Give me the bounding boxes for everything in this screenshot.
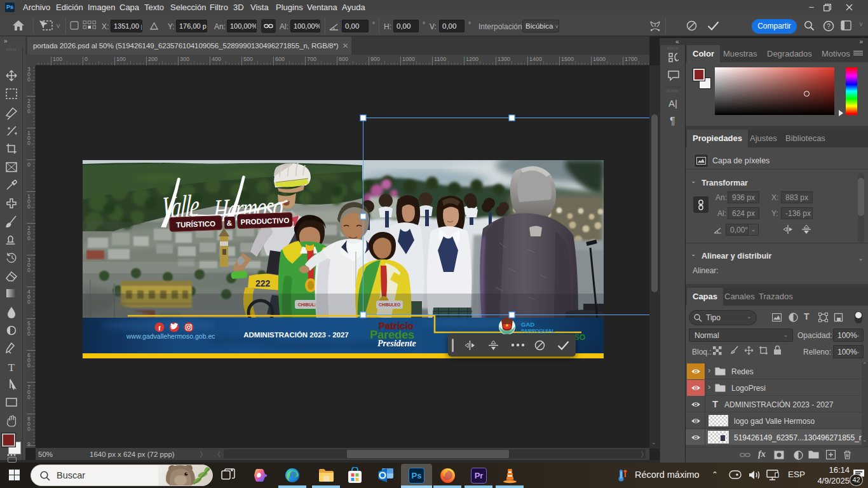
svg-text:500: 500 — [243, 56, 253, 62]
svg-text:300: 300 — [180, 56, 189, 62]
svg-text:1600: 1600 — [593, 56, 606, 62]
svg-text:1000: 1000 — [402, 56, 415, 62]
svg-text:0: 0 — [27, 76, 31, 83]
svg-text:1700: 1700 — [625, 56, 637, 62]
svg-text:0: 0 — [27, 161, 31, 168]
svg-text:0: 0 — [27, 426, 31, 432]
svg-text:600: 600 — [275, 56, 285, 62]
svg-text:0: 0 — [27, 299, 31, 305]
svg-text:0: 0 — [27, 267, 31, 273]
svg-text:0: 0 — [27, 108, 31, 114]
svg-text:0: 0 — [27, 362, 31, 369]
svg-text:A|: A| — [668, 98, 677, 109]
svg-text:¶: ¶ — [670, 116, 675, 126]
svg-text:100: 100 — [116, 56, 126, 62]
svg-text:0: 0 — [27, 330, 31, 337]
svg-text:900: 900 — [370, 56, 380, 62]
svg-text:9: 9 — [27, 441, 31, 447]
svg-text:700: 700 — [307, 56, 316, 62]
svg-text:1400: 1400 — [529, 56, 542, 62]
svg-text:?: ? — [827, 23, 831, 30]
svg-text:1200: 1200 — [466, 56, 478, 62]
svg-text:0: 0 — [85, 56, 88, 62]
svg-text:0: 0 — [27, 203, 31, 210]
svg-text:0: 0 — [27, 235, 31, 241]
svg-text:T: T — [8, 362, 15, 374]
svg-text:0: 0 — [27, 394, 31, 400]
svg-text:1100: 1100 — [434, 56, 446, 62]
svg-text:800: 800 — [339, 56, 348, 62]
svg-text:1500: 1500 — [561, 56, 574, 62]
svg-text:100: 100 — [53, 56, 62, 62]
svg-text:400: 400 — [212, 56, 221, 62]
svg-text:1300: 1300 — [498, 56, 510, 62]
svg-text:0: 0 — [27, 140, 31, 146]
svg-text:200: 200 — [148, 56, 158, 62]
